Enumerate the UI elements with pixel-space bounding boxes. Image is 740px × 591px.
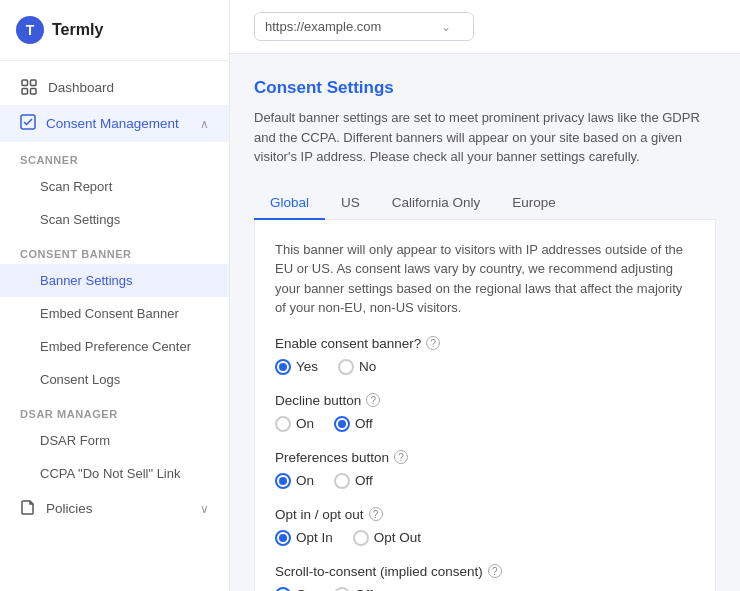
setting-label-opt-in-opt-out: Opt in / opt out ? [275, 507, 695, 522]
consent-management-label: Consent Management [46, 116, 179, 131]
radio-circle-scroll-off [334, 587, 350, 592]
dsar-submenu: DSAR Form CCPA "Do Not Sell" Link [0, 424, 229, 490]
sidebar-item-consent-logs[interactable]: Consent Logs [0, 363, 229, 396]
radio-label-opt-in: Opt In [296, 530, 333, 545]
url-dropdown[interactable]: https://example.com ⌄ [254, 12, 474, 41]
setting-label-enable-consent-banner: Enable consent banner? ? [275, 336, 695, 351]
radio-opt-in[interactable]: Opt In [275, 530, 333, 546]
radio-group-opt-in-opt-out: Opt In Opt Out [275, 530, 695, 546]
radio-scroll-off[interactable]: Off [334, 587, 373, 592]
settings-panel: This banner will only appear to visitors… [254, 220, 716, 592]
topbar: https://example.com ⌄ [230, 0, 740, 54]
grid-icon [20, 78, 38, 96]
page-title: Consent Settings [254, 78, 716, 98]
radio-group-decline-button: On Off [275, 416, 695, 432]
setting-scroll-to-consent: Scroll-to-consent (implied consent) ? On… [275, 564, 695, 592]
info-icon-scroll-to-consent[interactable]: ? [488, 564, 502, 578]
sidebar-item-scan-settings[interactable]: Scan Settings [0, 203, 229, 236]
radio-label-decline-off: Off [355, 416, 373, 431]
radio-circle-scroll-on [275, 587, 291, 592]
info-icon-preferences-button[interactable]: ? [394, 450, 408, 464]
panel-description: This banner will only appear to visitors… [275, 240, 695, 318]
dashboard-label: Dashboard [48, 80, 114, 95]
sidebar-header: T Termly [0, 0, 229, 61]
radio-label-scroll-off: Off [355, 587, 373, 591]
url-chevron-icon: ⌄ [441, 20, 451, 34]
scanner-submenu: Scan Report Scan Settings [0, 170, 229, 236]
main-content: https://example.com ⌄ Consent Settings D… [230, 0, 740, 591]
sidebar-item-embed-preference-center[interactable]: Embed Preference Center [0, 330, 229, 363]
sidebar-item-ccpa-link[interactable]: CCPA "Do Not Sell" Link [0, 457, 229, 490]
info-icon-enable-consent-banner[interactable]: ? [426, 336, 440, 350]
page-description: Default banner settings are set to meet … [254, 108, 716, 167]
sidebar-item-policies[interactable]: Policies ∨ [0, 490, 229, 527]
radio-label-no: No [359, 359, 376, 374]
sidebar-item-embed-consent-banner[interactable]: Embed Consent Banner [0, 297, 229, 330]
svg-rect-1 [31, 80, 37, 86]
dsar-section-label: DSAR MANAGER [0, 396, 229, 424]
banner-settings-label: Banner Settings [40, 273, 133, 288]
sidebar-item-scan-report[interactable]: Scan Report [0, 170, 229, 203]
radio-label-prefs-off: Off [355, 473, 373, 488]
radio-circle-no [338, 359, 354, 375]
sidebar-brand: Termly [52, 21, 103, 39]
sidebar: T Termly Dashboard [0, 0, 230, 591]
radio-group-preferences-button: On Off [275, 473, 695, 489]
radio-yes[interactable]: Yes [275, 359, 318, 375]
consent-logs-label: Consent Logs [40, 372, 120, 387]
tab-us[interactable]: US [325, 187, 376, 220]
consent-banner-section-label: CONSENT BANNER [0, 236, 229, 264]
radio-no[interactable]: No [338, 359, 376, 375]
svg-rect-0 [22, 80, 28, 86]
radio-circle-decline-off [334, 416, 350, 432]
policies-left: Policies [20, 499, 93, 518]
setting-enable-consent-banner: Enable consent banner? ? Yes No [275, 336, 695, 375]
embed-preference-center-label: Embed Preference Center [40, 339, 191, 354]
policies-label: Policies [46, 501, 93, 516]
setting-decline-button: Decline button ? On Off [275, 393, 695, 432]
setting-label-scroll-to-consent: Scroll-to-consent (implied consent) ? [275, 564, 695, 579]
url-text: https://example.com [265, 19, 381, 34]
radio-circle-yes [275, 359, 291, 375]
radio-scroll-on[interactable]: On [275, 587, 314, 592]
sidebar-item-banner-settings[interactable]: Banner Settings [0, 264, 229, 297]
radio-label-prefs-on: On [296, 473, 314, 488]
chevron-up-icon: ∧ [200, 117, 209, 131]
radio-label-yes: Yes [296, 359, 318, 374]
info-icon-opt-in-opt-out[interactable]: ? [369, 507, 383, 521]
radio-label-decline-on: On [296, 416, 314, 431]
setting-opt-in-opt-out: Opt in / opt out ? Opt In Opt Out [275, 507, 695, 546]
radio-label-scroll-on: On [296, 587, 314, 591]
svg-rect-2 [22, 89, 28, 95]
tab-global[interactable]: Global [254, 187, 325, 220]
radio-circle-decline-on [275, 416, 291, 432]
chevron-down-icon: ∨ [200, 502, 209, 516]
tab-california-only[interactable]: California Only [376, 187, 497, 220]
radio-prefs-on[interactable]: On [275, 473, 314, 489]
setting-preferences-button: Preferences button ? On Off [275, 450, 695, 489]
logo-letter: T [26, 22, 35, 38]
scan-settings-label: Scan Settings [40, 212, 120, 227]
sidebar-logo: T [16, 16, 44, 44]
radio-opt-out[interactable]: Opt Out [353, 530, 421, 546]
radio-circle-prefs-off [334, 473, 350, 489]
sidebar-item-dsar-form[interactable]: DSAR Form [0, 424, 229, 457]
setting-label-decline-button: Decline button ? [275, 393, 695, 408]
tab-europe[interactable]: Europe [496, 187, 572, 220]
radio-decline-on[interactable]: On [275, 416, 314, 432]
embed-consent-banner-label: Embed Consent Banner [40, 306, 179, 321]
sidebar-item-dashboard[interactable]: Dashboard [0, 69, 229, 105]
radio-decline-off[interactable]: Off [334, 416, 373, 432]
sidebar-item-consent-management[interactable]: Consent Management ∧ [0, 105, 229, 142]
radio-circle-opt-out [353, 530, 369, 546]
check-square-icon [20, 114, 36, 133]
radio-circle-prefs-on [275, 473, 291, 489]
sidebar-nav: Dashboard Consent Management ∧ SCANNER S… [0, 61, 229, 591]
radio-group-scroll-to-consent: On Off [275, 587, 695, 592]
radio-prefs-off[interactable]: Off [334, 473, 373, 489]
radio-group-enable-consent-banner: Yes No [275, 359, 695, 375]
info-icon-decline-button[interactable]: ? [366, 393, 380, 407]
file-icon [20, 499, 36, 518]
main-scrollable: Consent Settings Default banner settings… [230, 54, 740, 591]
radio-label-opt-out: Opt Out [374, 530, 421, 545]
